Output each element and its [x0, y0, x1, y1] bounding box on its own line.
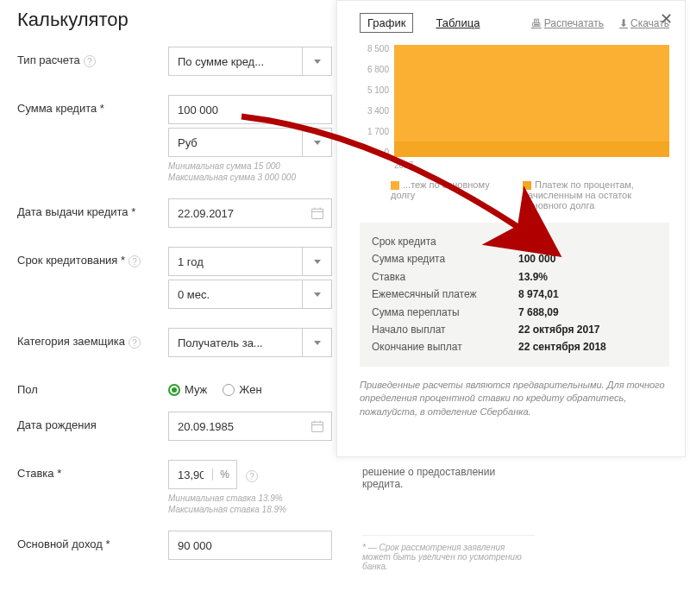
chevron-down-icon — [314, 341, 321, 345]
print-link[interactable]: 🖶 Распечатать — [531, 17, 604, 29]
label-rate: Ставка * — [17, 460, 168, 480]
gender-female-radio[interactable]: Жен — [223, 383, 261, 396]
chevron-down-icon — [314, 260, 321, 264]
help-icon[interactable]: ? — [246, 470, 258, 482]
summary-row: Ежемесячный платеж8 974,01 — [372, 286, 657, 303]
rate-input[interactable]: % — [168, 460, 237, 489]
page-title: Калькулятор — [17, 9, 336, 31]
label-term: Срок кредитования *? — [17, 247, 168, 267]
percent-label: % — [212, 468, 236, 481]
summary-row: Сумма кредита100 000 — [372, 250, 657, 267]
results-panel: ✕ График Таблица 🖶 Распечатать ⬇ Скачать… — [336, 0, 686, 457]
label-category: Категория заемщика? — [17, 328, 168, 349]
hint-min-rate: Минимальная ставка 13.9% — [168, 493, 332, 504]
help-icon[interactable]: ? — [129, 255, 141, 267]
behind-footnote: * — Срок рассмотрения заявления может бы… — [362, 535, 535, 571]
issue-date-input[interactable] — [168, 198, 332, 228]
behind-snippet: решение о предоставлении кредита. — [362, 466, 500, 490]
chevron-down-icon — [314, 292, 321, 297]
label-calc-type: Тип расчета? — [17, 47, 168, 67]
amount-input[interactable] — [168, 95, 332, 124]
calendar-icon[interactable] — [304, 206, 331, 220]
tab-table[interactable]: Таблица — [429, 14, 486, 32]
chevron-down-icon — [314, 141, 321, 145]
tabs-row: График Таблица 🖶 Распечатать ⬇ Скачать — [360, 13, 669, 33]
chevron-down-icon — [314, 60, 321, 64]
disclaimer-text: Приведенные расчеты являются предварител… — [360, 379, 669, 418]
label-birth: Дата рождения — [17, 412, 168, 431]
label-income: Основной доход * — [17, 531, 168, 550]
payment-chart: 8 5006 8005 1003 4001 7000 2017 — [360, 45, 669, 174]
help-icon[interactable]: ? — [129, 336, 141, 349]
hint-max-rate: Максимальная ставка 18.9% — [168, 504, 332, 515]
summary-row: Сумма переплаты7 688,09 — [372, 304, 657, 321]
svg-rect-0 — [312, 209, 323, 218]
category-select[interactable] — [168, 328, 332, 357]
gender-male-radio[interactable]: Муж — [168, 383, 207, 396]
tab-chart[interactable]: График — [360, 13, 413, 33]
calendar-icon[interactable] — [304, 419, 331, 433]
close-icon[interactable]: ✕ — [660, 9, 673, 28]
chart-legend: ...теж по основному долгу Платеж по проц… — [391, 179, 669, 211]
svg-rect-4 — [312, 422, 323, 431]
summary-row: Срок кредита12 мес. — [372, 233, 657, 250]
hint-max-amount: Максимальная сумма 3 000 000 — [168, 172, 332, 183]
calculator-form: Калькулятор Тип расчета? Сумма кредита *… — [17, 9, 336, 579]
help-icon[interactable]: ? — [84, 55, 96, 67]
loan-summary: Срок кредита12 мес.Сумма кредита100 000С… — [360, 223, 669, 367]
label-gender: Пол — [17, 376, 168, 396]
label-issue-date: Дата выдачи кредита * — [17, 198, 168, 218]
summary-row: Начало выплат22 октября 2017 — [372, 321, 657, 338]
summary-row: Окончание выплат22 сентября 2018 — [372, 338, 657, 355]
term-months-select[interactable] — [168, 280, 332, 309]
label-amount: Сумма кредита * — [17, 95, 168, 115]
hint-min-amount: Минимальная сумма 15 000 — [168, 160, 332, 172]
currency-select[interactable] — [168, 128, 332, 157]
summary-row: Ставка13.9% — [372, 268, 657, 286]
term-years-select[interactable] — [168, 247, 332, 276]
income-input[interactable] — [168, 531, 332, 560]
calc-type-select[interactable] — [168, 47, 332, 76]
birth-date-input[interactable] — [168, 412, 332, 441]
